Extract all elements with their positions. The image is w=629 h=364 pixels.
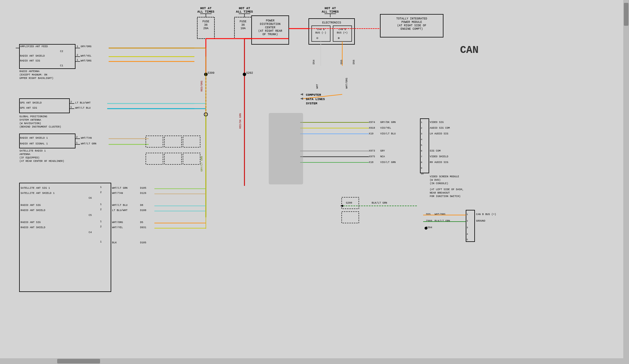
svg-text:⊕: ⊕ [338, 37, 340, 40]
svg-text:WHT: WHT [316, 84, 319, 89]
svg-text:FUSE: FUSE [202, 20, 209, 23]
svg-text:D55: D55 [426, 213, 431, 216]
svg-text:1: 1 [467, 213, 468, 216]
svg-text:3: 3 [421, 132, 422, 135]
svg-text:POWER: POWER [266, 19, 274, 22]
svg-text:WHT/TAN: WHT/TAN [112, 192, 123, 195]
svg-text:2: 2 [77, 54, 78, 57]
svg-text:ELECTRONICS: ELECTRONICS [322, 21, 341, 24]
svg-text:WHT/LT BLU: WHT/LT BLU [112, 204, 128, 207]
svg-text:WHT/LT GRN: WHT/LT GRN [81, 142, 96, 145]
svg-text:ANTENNA: ANTENNA [19, 153, 30, 156]
svg-text:DISTRIBUTION: DISTRIBUTION [260, 23, 280, 26]
svg-text:DATA LINES: DATA LINES [306, 98, 325, 101]
svg-text:CAN: CAN [460, 44, 479, 56]
wiring-diagram: HOT AT ALL TIMES HOT AT ALL TIMES HOT AT… [0, 0, 629, 364]
svg-text:RED/ORG: RED/ORG [200, 81, 203, 92]
svg-text:NCA: NCA [380, 155, 385, 158]
svg-text:1: 1 [76, 142, 77, 144]
svg-text:X18: X18 [369, 161, 373, 164]
svg-text:1: 1 [100, 203, 101, 206]
svg-text:(AT RIGHT SIDE OF: (AT RIGHT SIDE OF [397, 24, 426, 27]
svg-text:X974: X974 [369, 121, 375, 124]
svg-text:D5: D5 [140, 221, 143, 224]
svg-text:WHT/LT GRN: WHT/LT GRN [112, 187, 128, 190]
svg-text:WHT/ORG: WHT/ORG [435, 213, 445, 216]
svg-text:SYSTEM: SYSTEM [306, 102, 317, 105]
svg-text:(W DVD): (W DVD) [430, 179, 441, 182]
svg-text:1: 1 [70, 106, 72, 109]
svg-text:(AT REAR CENTER OF HEADLINER): (AT REAR CENTER OF HEADLINER) [19, 160, 64, 163]
svg-text:BUS (+): BUS (+) [337, 31, 348, 34]
svg-text:WHT/TAN: WHT/TAN [81, 137, 92, 140]
svg-text:2: 2 [100, 191, 101, 194]
svg-text:2: 2 [76, 136, 77, 139]
svg-text:SATELLITE ANT SIG 1: SATELLITE ANT SIG 1 [21, 187, 50, 190]
svg-text:2: 2 [421, 127, 422, 129]
svg-text:CENTER: CENTER [265, 26, 275, 29]
svg-text:C6: C6 [89, 197, 92, 200]
svg-text:9: 9 [421, 167, 422, 169]
svg-text:GRY/DK GRN: GRY/DK GRN [380, 121, 396, 124]
svg-text:2: 2 [467, 220, 468, 222]
svg-text:1: 1 [77, 45, 78, 48]
svg-text:BUS (-): BUS (-) [315, 31, 326, 34]
svg-text:VIDEO SHIELD: VIDEO SHIELD [430, 155, 448, 158]
svg-text:VIDEO SIG: VIDEO SIG [430, 121, 444, 124]
svg-text:X975: X975 [369, 155, 375, 158]
svg-text:D126: D126 [140, 192, 146, 195]
svg-text:NEAR BREAKOUT: NEAR BREAKOUT [430, 192, 450, 194]
svg-text:10: 10 [421, 172, 424, 175]
svg-text:BLK/LT GRN: BLK/LT GRN [372, 202, 387, 204]
svg-text:HOT AT: HOT AT [200, 7, 212, 10]
svg-text:(IF EQUIPPED): (IF EQUIPPED) [19, 156, 39, 159]
svg-text:G200: G200 [346, 202, 352, 204]
svg-rect-253 [624, 3, 628, 26]
svg-text:D8: D8 [140, 204, 143, 207]
svg-text:RADIO ANT SIG: RADIO ANT SIG [21, 221, 41, 224]
svg-text:36: 36 [204, 23, 208, 27]
svg-text:D55: D55 [340, 60, 343, 64]
svg-rect-0 [0, 0, 629, 364]
svg-text:SATELLITE ANT SHIELD 1: SATELLITE ANT SHIELD 1 [21, 192, 55, 195]
svg-text:HOT AT: HOT AT [239, 7, 250, 10]
svg-text:RADIO ANTENNA: RADIO ANTENNA [19, 70, 40, 73]
svg-text:ALL TIMES: ALL TIMES [236, 10, 253, 13]
svg-text:(IN CONSOLE): (IN CONSOLE) [430, 182, 448, 185]
svg-text:1: 1 [100, 220, 101, 223]
svg-text:(W NAVIGATION): (W NAVIGATION) [19, 122, 41, 125]
svg-text:WHT/ORG: WHT/ORG [345, 78, 348, 89]
svg-text:10A: 10A [240, 27, 246, 30]
svg-text:GPS ANT SHIELD: GPS ANT SHIELD [20, 102, 42, 104]
svg-text:3: 3 [467, 226, 468, 229]
svg-text:RH AUDIO SIG: RH AUDIO SIG [430, 161, 448, 164]
svg-text:HOT AT: HOT AT [325, 7, 336, 10]
svg-text:(AT RIGHT REAR: (AT RIGHT REAR [258, 29, 282, 33]
svg-text:SIG COM: SIG COM [430, 150, 441, 152]
svg-point-51 [243, 73, 246, 76]
svg-text:S399: S399 [208, 71, 214, 75]
svg-text:20A: 20A [203, 27, 208, 30]
svg-text:COMPUTER: COMPUTER [306, 93, 321, 97]
svg-text:BLK: BLK [112, 241, 117, 244]
svg-text:AMPLIFIED ANT FEED: AMPLIFIED ANT FEED [20, 45, 48, 48]
svg-text:WHT/YEL: WHT/YEL [112, 226, 123, 229]
svg-text:UPPER RIGHT BACKLIGHT): UPPER RIGHT BACKLIGHT) [19, 77, 53, 80]
svg-text:TOTALLY INTEGRATED: TOTALLY INTEGRATED [396, 17, 427, 20]
svg-text:CAN B BUS (+): CAN B BUS (+) [476, 213, 496, 216]
svg-text:RADIO ANT SHIELD: RADIO ANT SHIELD [21, 209, 45, 212]
svg-text:GROUND: GROUND [476, 220, 485, 222]
svg-text:SYSTEM ANTENNA: SYSTEM ANTENNA [19, 119, 41, 122]
svg-text:RED/DK GRN: RED/DK GRN [239, 113, 242, 129]
svg-text:X973: X973 [369, 150, 375, 152]
svg-text:WHT/LT BLU: WHT/LT BLU [75, 107, 91, 110]
svg-text:GRY: GRY [380, 150, 385, 152]
svg-text:ALL TIMES: ALL TIMES [197, 10, 214, 13]
svg-text:POWER MODULE: POWER MODULE [401, 21, 422, 24]
svg-text:LH AUDIO SIG: LH AUDIO SIG [430, 132, 448, 135]
svg-text:2: 2 [100, 208, 101, 211]
svg-text:VIO/LT BLU: VIO/LT BLU [380, 132, 396, 135]
svg-rect-255 [57, 359, 100, 363]
svg-text:C1: C1 [60, 64, 63, 67]
svg-text:D56: D56 [353, 60, 355, 64]
